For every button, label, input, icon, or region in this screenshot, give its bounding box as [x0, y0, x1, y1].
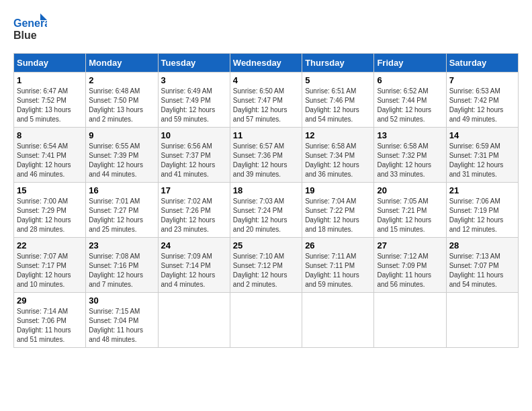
day-cell: 7 Sunrise: 6:53 AM Sunset: 7:42 PM Dayli…	[446, 73, 518, 128]
page-header: General Blue	[13, 13, 519, 46]
day-number: 22	[17, 240, 83, 250]
calendar-week-row: 1 Sunrise: 6:47 AM Sunset: 7:52 PM Dayli…	[14, 73, 519, 128]
day-number: 6	[377, 75, 443, 85]
calendar-week-row: 8 Sunrise: 6:54 AM Sunset: 7:41 PM Dayli…	[14, 128, 519, 183]
day-cell: 12 Sunrise: 6:58 AM Sunset: 7:34 PM Dayl…	[302, 128, 374, 183]
day-number: 3	[161, 75, 227, 85]
day-info: Sunrise: 7:00 AM Sunset: 7:29 PM Dayligh…	[17, 197, 83, 234]
day-cell: 21 Sunrise: 7:06 AM Sunset: 7:19 PM Dayl…	[446, 183, 518, 238]
day-cell: 28 Sunrise: 7:13 AM Sunset: 7:07 PM Dayl…	[446, 238, 518, 293]
day-number: 10	[161, 130, 227, 140]
day-number: 17	[161, 185, 227, 195]
calendar-table: SundayMondayTuesdayWednesdayThursdayFrid…	[13, 53, 519, 348]
day-number: 18	[233, 185, 299, 195]
day-info: Sunrise: 7:05 AM Sunset: 7:21 PM Dayligh…	[377, 197, 443, 234]
day-cell: 8 Sunrise: 6:54 AM Sunset: 7:41 PM Dayli…	[14, 128, 86, 183]
day-cell: 23 Sunrise: 7:08 AM Sunset: 7:16 PM Dayl…	[86, 238, 158, 293]
day-info: Sunrise: 6:52 AM Sunset: 7:44 PM Dayligh…	[377, 87, 443, 124]
column-header-friday: Friday	[374, 54, 446, 73]
day-number: 21	[449, 185, 515, 195]
day-number: 5	[305, 75, 371, 85]
day-info: Sunrise: 7:06 AM Sunset: 7:19 PM Dayligh…	[449, 197, 515, 234]
day-info: Sunrise: 7:04 AM Sunset: 7:22 PM Dayligh…	[305, 197, 371, 234]
logo-svg-container: General Blue	[13, 13, 47, 46]
day-cell: 27 Sunrise: 7:12 AM Sunset: 7:09 PM Dayl…	[374, 238, 446, 293]
day-info: Sunrise: 6:56 AM Sunset: 7:37 PM Dayligh…	[161, 142, 227, 179]
day-info: Sunrise: 7:03 AM Sunset: 7:24 PM Dayligh…	[233, 197, 299, 234]
day-info: Sunrise: 7:10 AM Sunset: 7:12 PM Dayligh…	[233, 252, 299, 289]
day-cell: 17 Sunrise: 7:02 AM Sunset: 7:26 PM Dayl…	[158, 183, 230, 238]
day-cell: 24 Sunrise: 7:09 AM Sunset: 7:14 PM Dayl…	[158, 238, 230, 293]
day-info: Sunrise: 6:47 AM Sunset: 7:52 PM Dayligh…	[17, 87, 83, 124]
day-info: Sunrise: 7:01 AM Sunset: 7:27 PM Dayligh…	[89, 197, 154, 234]
day-info: Sunrise: 6:57 AM Sunset: 7:36 PM Dayligh…	[233, 142, 299, 179]
day-number: 14	[449, 130, 515, 140]
column-header-saturday: Saturday	[446, 54, 518, 73]
day-number: 12	[305, 130, 371, 140]
day-number: 26	[305, 240, 371, 250]
day-info: Sunrise: 6:49 AM Sunset: 7:49 PM Dayligh…	[161, 87, 227, 124]
day-info: Sunrise: 6:58 AM Sunset: 7:32 PM Dayligh…	[377, 142, 443, 179]
day-number: 7	[449, 75, 515, 85]
calendar-week-row: 15 Sunrise: 7:00 AM Sunset: 7:29 PM Dayl…	[14, 183, 519, 238]
day-info: Sunrise: 7:02 AM Sunset: 7:26 PM Dayligh…	[161, 197, 227, 234]
day-info: Sunrise: 7:12 AM Sunset: 7:09 PM Dayligh…	[377, 252, 443, 289]
day-info: Sunrise: 6:51 AM Sunset: 7:46 PM Dayligh…	[305, 87, 371, 124]
day-info: Sunrise: 7:08 AM Sunset: 7:16 PM Dayligh…	[89, 252, 154, 289]
svg-text:Blue: Blue	[13, 30, 37, 41]
day-number: 9	[89, 130, 154, 140]
day-cell: 29 Sunrise: 7:14 AM Sunset: 7:06 PM Dayl…	[14, 293, 86, 348]
day-number: 28	[449, 240, 515, 250]
day-cell: 11 Sunrise: 6:57 AM Sunset: 7:36 PM Dayl…	[230, 128, 302, 183]
empty-day-cell	[158, 293, 230, 348]
day-info: Sunrise: 6:58 AM Sunset: 7:34 PM Dayligh…	[305, 142, 371, 179]
calendar-week-row: 29 Sunrise: 7:14 AM Sunset: 7:06 PM Dayl…	[14, 293, 519, 348]
column-header-thursday: Thursday	[302, 54, 374, 73]
day-number: 11	[233, 130, 299, 140]
column-header-tuesday: Tuesday	[158, 54, 230, 73]
day-cell: 5 Sunrise: 6:51 AM Sunset: 7:46 PM Dayli…	[302, 73, 374, 128]
day-cell: 25 Sunrise: 7:10 AM Sunset: 7:12 PM Dayl…	[230, 238, 302, 293]
empty-day-cell	[446, 293, 518, 348]
day-info: Sunrise: 6:54 AM Sunset: 7:41 PM Dayligh…	[17, 142, 83, 179]
day-number: 19	[305, 185, 371, 195]
day-cell: 30 Sunrise: 7:15 AM Sunset: 7:04 PM Dayl…	[86, 293, 158, 348]
day-cell: 9 Sunrise: 6:55 AM Sunset: 7:39 PM Dayli…	[86, 128, 158, 183]
day-number: 24	[161, 240, 227, 250]
day-cell: 13 Sunrise: 6:58 AM Sunset: 7:32 PM Dayl…	[374, 128, 446, 183]
day-number: 20	[377, 185, 443, 195]
day-info: Sunrise: 6:59 AM Sunset: 7:31 PM Dayligh…	[449, 142, 515, 179]
day-info: Sunrise: 7:11 AM Sunset: 7:11 PM Dayligh…	[305, 252, 371, 289]
day-number: 4	[233, 75, 299, 85]
day-cell: 26 Sunrise: 7:11 AM Sunset: 7:11 PM Dayl…	[302, 238, 374, 293]
day-info: Sunrise: 7:07 AM Sunset: 7:17 PM Dayligh…	[17, 252, 83, 289]
calendar-header-row: SundayMondayTuesdayWednesdayThursdayFrid…	[14, 54, 519, 73]
column-header-monday: Monday	[86, 54, 158, 73]
day-number: 23	[89, 240, 154, 250]
day-number: 8	[17, 130, 83, 140]
empty-day-cell	[230, 293, 302, 348]
day-info: Sunrise: 7:14 AM Sunset: 7:06 PM Dayligh…	[17, 307, 83, 345]
day-cell: 1 Sunrise: 6:47 AM Sunset: 7:52 PM Dayli…	[14, 73, 86, 128]
empty-day-cell	[302, 293, 374, 348]
day-number: 2	[89, 75, 154, 85]
calendar-week-row: 22 Sunrise: 7:07 AM Sunset: 7:17 PM Dayl…	[14, 238, 519, 293]
day-cell: 22 Sunrise: 7:07 AM Sunset: 7:17 PM Dayl…	[14, 238, 86, 293]
day-info: Sunrise: 7:13 AM Sunset: 7:07 PM Dayligh…	[449, 252, 515, 289]
day-number: 30	[89, 295, 154, 306]
day-info: Sunrise: 6:53 AM Sunset: 7:42 PM Dayligh…	[449, 87, 515, 124]
day-info: Sunrise: 7:09 AM Sunset: 7:14 PM Dayligh…	[161, 252, 227, 289]
day-number: 29	[17, 295, 83, 306]
day-number: 15	[17, 185, 83, 195]
empty-day-cell	[374, 293, 446, 348]
day-cell: 3 Sunrise: 6:49 AM Sunset: 7:49 PM Dayli…	[158, 73, 230, 128]
logo-icon: General Blue	[13, 13, 47, 44]
day-cell: 18 Sunrise: 7:03 AM Sunset: 7:24 PM Dayl…	[230, 183, 302, 238]
day-cell: 4 Sunrise: 6:50 AM Sunset: 7:47 PM Dayli…	[230, 73, 302, 128]
day-number: 27	[377, 240, 443, 250]
day-cell: 10 Sunrise: 6:56 AM Sunset: 7:37 PM Dayl…	[158, 128, 230, 183]
day-cell: 19 Sunrise: 7:04 AM Sunset: 7:22 PM Dayl…	[302, 183, 374, 238]
day-cell: 20 Sunrise: 7:05 AM Sunset: 7:21 PM Dayl…	[374, 183, 446, 238]
day-number: 13	[377, 130, 443, 140]
day-cell: 15 Sunrise: 7:00 AM Sunset: 7:29 PM Dayl…	[14, 183, 86, 238]
